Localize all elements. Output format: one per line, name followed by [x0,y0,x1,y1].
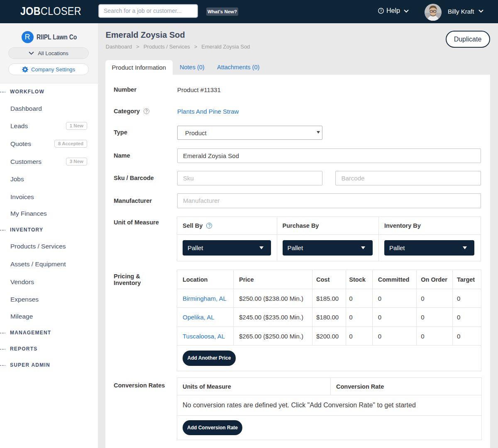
svg-text:?: ? [380,9,382,13]
